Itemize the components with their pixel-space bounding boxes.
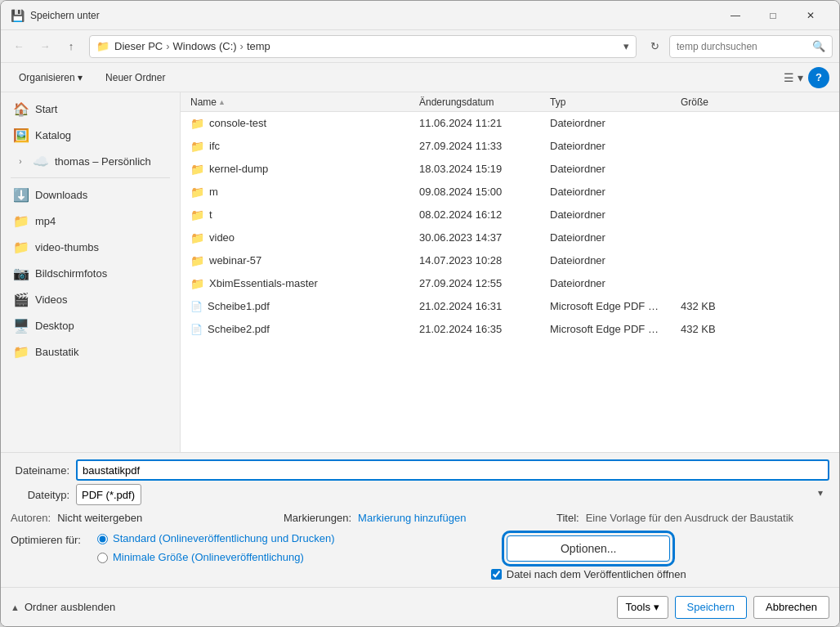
screenshots-icon: 📷 — [14, 266, 29, 280]
address-sep-1: › — [166, 40, 169, 52]
table-row[interactable]: 📁 console-test 11.06.2024 11:21 Dateiord… — [181, 112, 839, 135]
file-type: Microsoft Edge PDF … — [547, 323, 677, 335]
table-row[interactable]: 📁 webinar-57 14.07.2023 10:28 Dateiordne… — [181, 249, 839, 272]
file-date: 21.02.2024 16:35 — [416, 323, 547, 335]
sidebar-item-baustatik[interactable]: 📁 Baustatik — [4, 338, 176, 365]
sidebar-video-thumbs-label: video-thumbs — [35, 241, 149, 253]
sidebar-divider-1 — [11, 177, 170, 178]
close-button[interactable]: ✕ — [792, 1, 829, 30]
sidebar-item-katalog[interactable]: 🖼️ Katalog — [4, 122, 176, 148]
help-button[interactable]: ? — [808, 67, 829, 88]
radio-minimal-input[interactable] — [97, 553, 108, 563]
sidebar-item-downloads[interactable]: ⬇️ Downloads 📌 — [4, 181, 176, 208]
address-part-3: temp — [247, 40, 270, 52]
col-header-size[interactable]: Größe — [677, 96, 759, 108]
folder-icon: 📁 — [190, 208, 204, 222]
optionen-area: Optionen... Datei nach dem Veröffentlich… — [347, 532, 829, 580]
col-header-name[interactable]: Name ▲ — [187, 96, 416, 108]
new-folder-button[interactable]: Neuer Ordner — [97, 67, 173, 88]
sidebar-item-video-thumbs[interactable]: 📁 video-thumbs 📌 — [4, 234, 176, 260]
dialog-title: Speichern unter — [30, 10, 717, 21]
file-date: 11.06.2024 11:21 — [416, 117, 547, 129]
radio-minimal-item[interactable]: Minimale Größe (Onlineveröffentlichung) — [97, 551, 334, 565]
folder-icon: 📁 — [190, 140, 204, 153]
organize-button[interactable]: Organisieren ▾ — [11, 67, 91, 88]
dateityp-label: Dateityp: — [11, 489, 76, 501]
mp4-folder-icon: 📁 — [14, 213, 29, 228]
open-after-checkbox[interactable] — [491, 569, 502, 580]
file-type: Dateiordner — [547, 277, 677, 289]
radio-standard-item[interactable]: Standard (Onlineveröffentlichung und Dru… — [97, 532, 334, 546]
file-size: 432 KB — [677, 323, 759, 335]
refresh-button[interactable]: ↻ — [643, 35, 666, 58]
file-name-cell: 📁 ifc — [187, 140, 416, 153]
sidebar-item-videos[interactable]: 🎬 Videos 📌 — [4, 286, 176, 312]
forward-button[interactable]: → — [34, 35, 56, 58]
save-dialog: 💾 Speichern unter — □ ✕ ← → ↑ 📁 Dieser P… — [0, 0, 840, 627]
speichern-button[interactable]: Speichern — [675, 596, 748, 619]
table-row[interactable]: 📁 XbimEssentials-master 27.09.2024 12:55… — [181, 272, 839, 295]
radio-options: Standard (Onlineveröffentlichung und Dru… — [97, 532, 334, 565]
back-button[interactable]: ← — [7, 35, 30, 58]
optionen-button[interactable]: Optionen... — [507, 535, 670, 562]
expand-icon: › — [14, 155, 27, 168]
sidebar-item-mp4[interactable]: 📁 mp4 📌 — [4, 208, 176, 234]
table-row[interactable]: 📄 Scheibe1.pdf 21.02.2024 16:31 Microsof… — [181, 295, 839, 318]
sidebar-item-start[interactable]: 🏠 Start — [4, 96, 176, 122]
search-input[interactable] — [677, 41, 809, 52]
secondary-toolbar: Organisieren ▾ Neuer Ordner ☰ ▾ ? — [1, 63, 839, 92]
minimize-button[interactable]: — — [717, 1, 754, 30]
address-dropdown-icon[interactable]: ▾ — [623, 40, 629, 52]
table-row[interactable]: 📁 video 30.06.2023 14:37 Dateiordner — [181, 226, 839, 249]
folder-icon: 📁 — [190, 163, 204, 176]
sidebar-mp4-label: mp4 — [35, 215, 149, 227]
open-after-label[interactable]: Datei nach dem Veröffentlichen öffnen — [507, 568, 686, 580]
table-row[interactable]: 📁 ifc 27.09.2024 11:33 Dateiordner — [181, 135, 839, 158]
dateityp-select[interactable]: PDF (*.pdf) — [76, 484, 141, 505]
titel-label: Titel: — [556, 512, 579, 524]
downloads-icon: ⬇️ — [14, 187, 29, 202]
file-name: kernel-dump — [209, 163, 268, 175]
folder-toggle-label: Ordner ausblenden — [25, 601, 115, 613]
col-header-type[interactable]: Typ — [547, 96, 677, 108]
search-icon: 🔍 — [812, 40, 825, 52]
up-button[interactable]: ↑ — [60, 35, 83, 58]
sidebar-baustatik-label: Baustatik — [35, 346, 167, 358]
file-date: 08.02.2024 16:12 — [416, 208, 547, 221]
sidebar-item-bildschirmfotos[interactable]: 📷 Bildschirmfotos 📌 — [4, 260, 176, 286]
file-size: 432 KB — [677, 300, 759, 312]
author-row: Autoren: Nicht weitergeben — [11, 512, 284, 524]
pdf-icon: 📄 — [190, 301, 203, 312]
file-type: Microsoft Edge PDF … — [547, 300, 677, 312]
markierung-add-link[interactable]: Markierung hinzufügen — [358, 512, 466, 524]
filename-input[interactable] — [76, 459, 829, 481]
filename-row: Dateiname: — [11, 459, 829, 481]
view-options-button[interactable]: ☰ ▾ — [782, 66, 805, 89]
sidebar-item-thomas[interactable]: › ☁️ thomas – Persönlich — [4, 148, 176, 174]
file-date: 27.09.2024 11:33 — [416, 140, 547, 152]
table-row[interactable]: 📄 Scheibe2.pdf 21.02.2024 16:35 Microsof… — [181, 318, 839, 341]
folder-toggle[interactable]: ▲ Ordner ausblenden — [11, 601, 115, 613]
table-row[interactable]: 📁 m 09.08.2024 15:00 Dateiordner — [181, 181, 839, 204]
file-name: t — [209, 208, 212, 221]
radio-standard-input[interactable] — [97, 534, 108, 544]
file-date: 27.09.2024 12:55 — [416, 277, 547, 289]
catalog-icon: 🖼️ — [14, 128, 29, 142]
table-row[interactable]: 📁 kernel-dump 18.03.2024 15:19 Dateiordn… — [181, 158, 839, 181]
navigation-toolbar: ← → ↑ 📁 Dieser PC › Windows (C:) › temp … — [1, 30, 839, 63]
address-bar[interactable]: 📁 Dieser PC › Windows (C:) › temp ▾ — [89, 35, 637, 58]
search-bar[interactable]: 🔍 — [669, 35, 833, 58]
file-type: Dateiordner — [547, 163, 677, 175]
address-folder-icon: 📁 — [96, 40, 109, 52]
col-header-date[interactable]: Änderungsdatum — [416, 96, 547, 108]
desktop-icon: 🖥️ — [14, 318, 29, 333]
table-row[interactable]: 📁 t 08.02.2024 16:12 Dateiordner — [181, 204, 839, 226]
tools-button[interactable]: Tools ▾ — [617, 596, 668, 619]
footer-right: Tools ▾ Speichern Abbrechen — [617, 596, 829, 619]
address-sep-2: › — [240, 40, 244, 52]
folder-icon: 📁 — [190, 254, 204, 267]
sidebar-item-desktop[interactable]: 🖥️ Desktop — [4, 312, 176, 338]
abbrechen-button[interactable]: Abbrechen — [753, 596, 829, 619]
markierungen-label: Markierungen: — [284, 512, 351, 524]
maximize-button[interactable]: □ — [754, 1, 792, 30]
